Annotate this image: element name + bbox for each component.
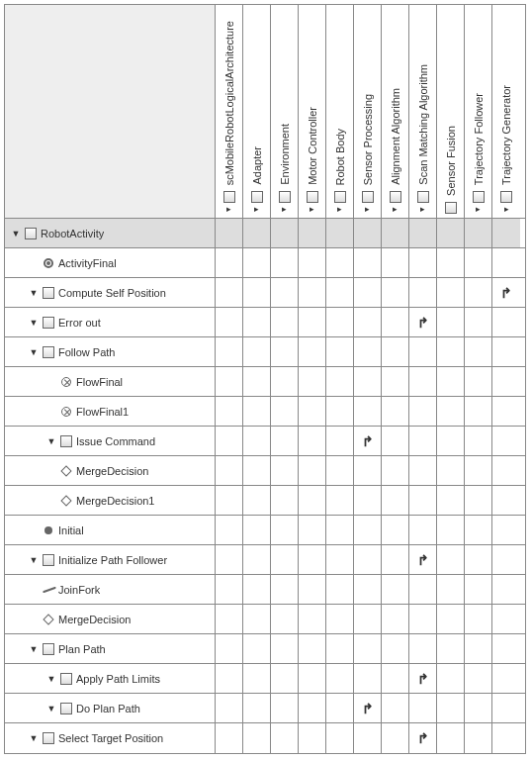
row-label-cell[interactable]: FlowFinal1	[5, 397, 216, 426]
matrix-cell[interactable]	[492, 337, 520, 366]
matrix-cell[interactable]	[216, 337, 243, 366]
matrix-cell[interactable]	[465, 397, 492, 426]
expander-icon[interactable]: ▼	[46, 674, 56, 684]
matrix-cell[interactable]	[354, 397, 382, 426]
matrix-cell[interactable]	[299, 397, 326, 426]
matrix-cell[interactable]	[437, 664, 465, 693]
matrix-cell[interactable]	[216, 516, 243, 544]
matrix-cell[interactable]	[465, 248, 492, 277]
matrix-cell[interactable]	[271, 634, 299, 663]
matrix-cell[interactable]	[437, 486, 465, 515]
matrix-cell[interactable]	[299, 516, 326, 544]
matrix-cell[interactable]	[409, 575, 437, 604]
matrix-cell[interactable]	[409, 694, 437, 722]
matrix-cell[interactable]	[409, 605, 437, 633]
matrix-cell[interactable]	[437, 575, 465, 604]
row-label-cell[interactable]: ▼Compute Self Position	[5, 278, 216, 307]
matrix-cell[interactable]	[409, 219, 437, 247]
matrix-cell[interactable]	[465, 605, 492, 633]
expander-icon[interactable]: ▼	[29, 347, 39, 357]
matrix-cell[interactable]	[409, 337, 437, 366]
matrix-cell[interactable]	[326, 516, 354, 544]
matrix-cell[interactable]	[243, 664, 271, 693]
matrix-cell[interactable]	[465, 486, 492, 515]
matrix-cell[interactable]	[492, 486, 520, 515]
expand-arrow-icon[interactable]: ▸	[337, 205, 342, 214]
expander-icon[interactable]: ▼	[29, 555, 39, 565]
matrix-cell[interactable]	[492, 694, 520, 722]
matrix-cell[interactable]	[437, 367, 465, 396]
matrix-cell[interactable]	[299, 664, 326, 693]
expand-arrow-icon[interactable]: ▸	[226, 205, 231, 214]
matrix-cell[interactable]	[326, 248, 354, 277]
row-label-cell[interactable]: FlowFinal	[5, 367, 216, 396]
matrix-cell[interactable]	[326, 545, 354, 574]
row-label-cell[interactable]: ▼Plan Path	[5, 634, 216, 663]
matrix-cell[interactable]	[382, 634, 409, 663]
matrix-cell[interactable]	[299, 575, 326, 604]
matrix-cell[interactable]	[243, 605, 271, 633]
matrix-cell[interactable]	[243, 308, 271, 336]
matrix-cell[interactable]	[271, 367, 299, 396]
expander-icon[interactable]: ▼	[29, 288, 39, 298]
matrix-cell[interactable]	[437, 516, 465, 544]
matrix-cell[interactable]	[354, 516, 382, 544]
matrix-cell[interactable]	[299, 545, 326, 574]
matrix-cell[interactable]	[326, 575, 354, 604]
matrix-cell[interactable]	[437, 337, 465, 366]
expand-arrow-icon[interactable]: ▸	[365, 205, 370, 214]
column-header[interactable]: Trajectory Generator▸	[492, 5, 520, 218]
matrix-cell[interactable]	[465, 694, 492, 722]
row-label-cell[interactable]: MergeDecision	[5, 456, 216, 485]
matrix-cell[interactable]	[492, 456, 520, 485]
matrix-cell[interactable]	[354, 337, 382, 366]
row-label-cell[interactable]: JoinFork	[5, 575, 216, 604]
matrix-cell[interactable]	[354, 575, 382, 604]
matrix-cell[interactable]	[354, 545, 382, 574]
matrix-cell[interactable]	[465, 575, 492, 604]
expander-icon[interactable]: ▼	[29, 644, 39, 654]
matrix-cell[interactable]	[216, 575, 243, 604]
matrix-cell[interactable]: ↱	[354, 694, 382, 722]
matrix-cell[interactable]	[271, 723, 299, 753]
matrix-cell[interactable]	[243, 337, 271, 366]
row-label-cell[interactable]: ▼Apply Path Limits	[5, 664, 216, 693]
matrix-cell[interactable]	[382, 397, 409, 426]
matrix-cell[interactable]	[216, 427, 243, 455]
matrix-cell[interactable]	[216, 723, 243, 753]
row-label-cell[interactable]: ▼Select Target Position	[5, 723, 216, 753]
expander-icon[interactable]: ▼	[29, 733, 39, 743]
matrix-cell[interactable]	[437, 694, 465, 722]
matrix-cell[interactable]	[437, 545, 465, 574]
matrix-cell[interactable]	[243, 219, 271, 247]
matrix-cell[interactable]	[465, 367, 492, 396]
expand-arrow-icon[interactable]: ▸	[504, 205, 509, 214]
matrix-cell[interactable]: ↱	[409, 723, 437, 753]
matrix-cell[interactable]	[271, 664, 299, 693]
matrix-cell[interactable]	[382, 337, 409, 366]
matrix-cell[interactable]	[465, 308, 492, 336]
matrix-cell[interactable]	[299, 486, 326, 515]
expander-icon[interactable]: ▼	[11, 229, 21, 238]
matrix-cell[interactable]	[382, 664, 409, 693]
matrix-cell[interactable]	[243, 278, 271, 307]
matrix-cell[interactable]	[409, 634, 437, 663]
matrix-cell[interactable]	[354, 723, 382, 753]
matrix-cell[interactable]	[437, 248, 465, 277]
matrix-cell[interactable]	[492, 516, 520, 544]
matrix-cell[interactable]	[382, 308, 409, 336]
matrix-cell[interactable]	[326, 219, 354, 247]
expand-arrow-icon[interactable]: ▸	[310, 205, 314, 214]
expander-icon[interactable]: ▼	[46, 436, 56, 446]
matrix-cell[interactable]	[326, 337, 354, 366]
matrix-cell[interactable]	[354, 248, 382, 277]
row-label-cell[interactable]: ▼Do Plan Path	[5, 694, 216, 722]
matrix-cell[interactable]	[382, 605, 409, 633]
matrix-cell[interactable]	[437, 634, 465, 663]
matrix-cell[interactable]	[299, 605, 326, 633]
matrix-cell[interactable]	[326, 367, 354, 396]
matrix-cell[interactable]	[465, 664, 492, 693]
row-label-cell[interactable]: ▼Initialize Path Follower	[5, 545, 216, 574]
matrix-cell[interactable]	[271, 219, 299, 247]
column-header[interactable]: Adapter▸	[243, 5, 271, 218]
